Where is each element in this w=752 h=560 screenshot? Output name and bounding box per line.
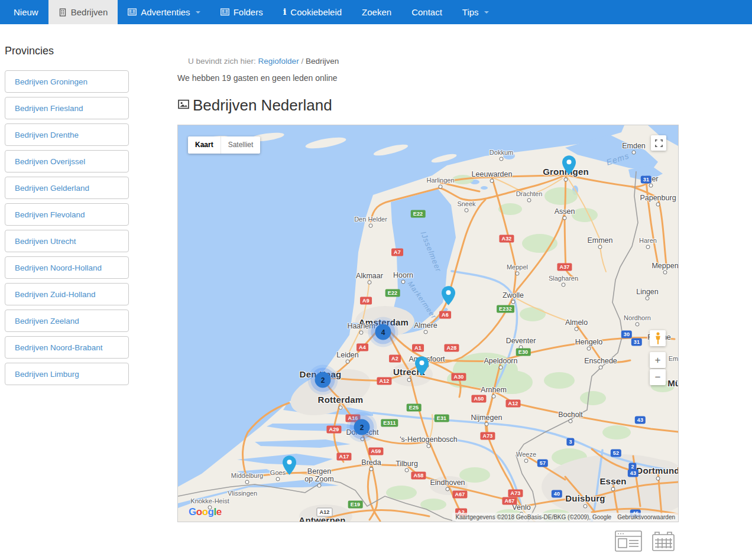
map-city-dot	[575, 327, 579, 331]
map-city-label: Haarlem	[347, 323, 375, 330]
map-city-dot	[424, 330, 428, 334]
map-city-label: 's-Hertogenbosch	[400, 436, 458, 444]
road-shield-a12: A12	[316, 508, 332, 517]
nav-item-zoeken[interactable]: Zoeken	[352, 0, 401, 24]
map-water-label: IJsselmeer	[419, 230, 443, 273]
map-city-dot	[405, 468, 409, 473]
sidebar-item-bedrijven-drenthe[interactable]: Bedrijven Drenthe	[5, 123, 129, 146]
map-type-map-button[interactable]: Kaart	[188, 136, 221, 154]
sidebar-item-bedrijven-limburg[interactable]: Bedrijven Limburg	[5, 363, 129, 385]
sidebar-item-bedrijven-zuid-holland[interactable]: Bedrijven Zuid-Holland	[5, 283, 129, 305]
map-city-label: Hengelo	[575, 338, 603, 346]
sidebar-item-bedrijven-groningen[interactable]: Bedrijven Groningen	[5, 70, 129, 93]
sidebar-item-bedrijven-noord-brabant[interactable]: Bedrijven Noord-Brabant	[5, 336, 129, 359]
map-city-dot	[407, 378, 411, 382]
road-shield-a12: A12	[505, 400, 520, 408]
map-city-label: Alkmaar	[356, 272, 383, 280]
zoom-out-button[interactable]: −	[650, 369, 666, 385]
map-city-label: Breda	[361, 459, 381, 467]
nav-item-tips[interactable]: Tips	[452, 0, 499, 24]
zoom-in-button[interactable]: +	[650, 352, 666, 368]
sidebar-item-bedrijven-zeeland[interactable]: Bedrijven Zeeland	[5, 310, 129, 332]
breadcrumb-separator: /	[301, 57, 303, 66]
info-icon: i	[283, 8, 287, 17]
map-city-label: Emsdetten	[669, 356, 679, 363]
map-pin-marker[interactable]	[415, 356, 429, 376]
nav-item-bedrijven[interactable]: Bedrijven	[48, 0, 118, 24]
pegman-icon	[654, 332, 662, 345]
fullscreen-button[interactable]	[651, 135, 666, 151]
marker-cluster[interactable]: 2	[354, 419, 370, 435]
sidebar-item-bedrijven-overijssel[interactable]: Bedrijven Overijssel	[5, 150, 129, 172]
road-shield-a50: A50	[471, 395, 486, 403]
map-city-dot	[636, 323, 640, 327]
map-canvas[interactable]: DokkumEmdenLeerHarlingenLeeuwardenGronin…	[177, 125, 679, 522]
map-city-label: Bocholt	[558, 411, 583, 419]
road-shield-e19: E19	[348, 501, 363, 509]
calendar-icon[interactable]	[651, 530, 675, 554]
marker-cluster[interactable]: 4	[375, 324, 391, 340]
image-icon	[178, 99, 189, 112]
page-title-text: Bedrijven Nederland	[193, 96, 332, 115]
map-water-label: Eems	[605, 151, 631, 167]
road-shield-a29: A29	[326, 426, 341, 434]
map-city-label: Enschede	[584, 357, 617, 365]
map-city-label: Almere	[414, 322, 437, 330]
road-shield-e30: E30	[516, 349, 531, 356]
map-city-dot	[562, 283, 566, 287]
map-city-label: Arnhem	[481, 386, 507, 394]
map-city-label: Zwolle	[503, 292, 524, 299]
breadcrumb: U bevindt zich hier: Regiofolder / Bedri…	[188, 57, 339, 66]
map-city-label: Emden	[622, 142, 646, 150]
road-shield-a6: A6	[439, 311, 451, 319]
map-pin-marker[interactable]	[283, 455, 296, 475]
map-city-dot	[359, 331, 364, 335]
breadcrumb-current: Bedrijven	[306, 57, 339, 66]
attribution-text: Kaartgegevens ©2018 GeoBasis-DE/BKG (©20…	[455, 514, 611, 520]
map-city-dot	[527, 198, 531, 203]
map-city-label: Den Helder	[354, 216, 387, 223]
road-shield-a58: A58	[411, 472, 426, 480]
sidebar-item-bedrijven-utrecht[interactable]: Bedrijven Utrecht	[5, 230, 129, 252]
nav-item-nieuw[interactable]: Nieuw	[4, 0, 48, 24]
map-city-dot	[245, 480, 249, 484]
sidebar-item-bedrijven-friesland[interactable]: Bedrijven Friesland	[5, 97, 129, 119]
breadcrumb-link[interactable]: Regiofolder	[258, 57, 299, 66]
nav-item-advertenties[interactable]: Advertenties	[118, 0, 210, 24]
road-shield-a2: A2	[389, 355, 401, 363]
map-city-label: Antwerpen	[299, 516, 345, 522]
pegman-button[interactable]	[650, 330, 666, 346]
map-type-satellite-button[interactable]: Satelliet	[221, 136, 261, 154]
footer-icons	[615, 530, 675, 554]
map-city-label: Sneek	[457, 201, 475, 208]
road-shield-30: 30	[621, 331, 632, 338]
marker-cluster[interactable]: 2	[315, 372, 331, 388]
google-logo[interactable]: Google	[189, 506, 222, 518]
map-city-label: Weeze	[516, 451, 536, 458]
map-city-label: Lingen	[636, 288, 659, 296]
map-pin-marker[interactable]	[442, 286, 455, 305]
terms-link[interactable]: Gebruiksvoorwaarden	[617, 514, 675, 520]
sidebar-item-bedrijven-flevoland[interactable]: Bedrijven Flevoland	[5, 203, 129, 226]
nav-item-folders[interactable]: Folders	[210, 0, 273, 24]
map-city-dot	[339, 406, 343, 410]
map-city-label: Slagharen	[549, 275, 578, 282]
map-city-dot	[439, 185, 443, 189]
sidebar: Provincies Bedrijven GroningenBedrijven …	[5, 45, 130, 389]
map-pin-marker[interactable]	[562, 155, 576, 175]
road-shield-e25: E25	[407, 404, 422, 412]
map-city-label: Knokke-Heist	[190, 498, 229, 505]
map-city-label: Hoorn	[393, 272, 413, 279]
province-list: Bedrijven GroningenBedrijven FrieslandBe…	[5, 70, 130, 385]
nav-item-cookiebeleid[interactable]: iCookiebeleid	[273, 0, 352, 24]
nav-item-contact[interactable]: Contact	[401, 0, 452, 24]
sidebar-item-bedrijven-noord-holland[interactable]: Bedrijven Noord-Holland	[5, 256, 129, 279]
map-city-label: Nijmegen	[471, 414, 503, 422]
road-shield-3: 3	[566, 438, 574, 446]
webpage-icon[interactable]	[615, 530, 642, 554]
sidebar-item-bedrijven-gelderland[interactable]: Bedrijven Gelderland	[5, 177, 129, 199]
map-city-label: Essen	[599, 477, 626, 486]
road-shield-a1: A1	[412, 344, 424, 352]
map-city-label: Harlingen	[426, 177, 454, 184]
road-shield-57: 57	[537, 460, 548, 467]
